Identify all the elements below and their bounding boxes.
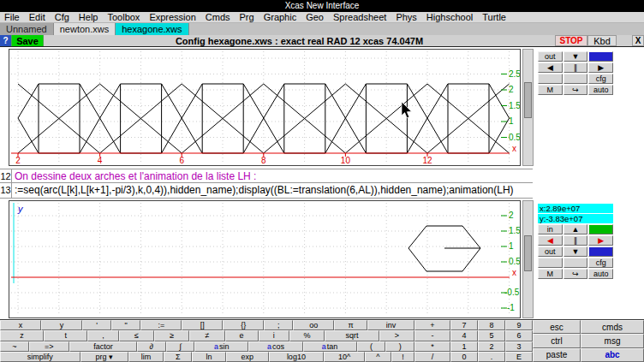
blue-zoom-button[interactable] (588, 51, 613, 62)
menu-edit[interactable]: Edit (29, 12, 45, 22)
key-minus[interactable]: - (414, 330, 450, 341)
menu-phys[interactable]: Phys (396, 12, 416, 22)
blue-zoom-button[interactable] (588, 246, 613, 257)
key-exp[interactable]: exp (226, 352, 269, 362)
redo-arrow-button[interactable]: ↪ (564, 85, 588, 95)
green-zoom-button[interactable] (588, 224, 613, 234)
key-sigma[interactable]: Σ (164, 352, 192, 362)
key-ge[interactable]: ≥ (154, 330, 189, 341)
blank-button[interactable] (564, 74, 588, 84)
redo-arrow-button[interactable]: ↪ (564, 269, 588, 279)
key-9[interactable]: 9 (505, 320, 533, 330)
pause-button[interactable]: ∥ (564, 235, 588, 246)
menu-graphic[interactable]: Graphic (264, 12, 297, 22)
key-comma[interactable]: , (87, 330, 118, 341)
key-7[interactable]: 7 (450, 320, 478, 330)
ctrl-button[interactable]: ctrl (533, 334, 581, 347)
comment-text[interactable]: On dessine deux arches et l'animation de… (12, 169, 256, 182)
menu-prg[interactable]: Prg (240, 12, 254, 22)
key-dot[interactable]: . (478, 352, 505, 362)
key-tilde[interactable]: ~ (0, 341, 29, 352)
key-prg[interactable]: prg ▾ (80, 352, 128, 362)
menu-cmds[interactable]: Cmds (206, 12, 230, 22)
key-ln[interactable]: ln (192, 352, 225, 362)
key-acos[interactable]: acos (248, 341, 302, 352)
command-input[interactable]: :=seq(arc(L[k],L[k+1],-pi/3),k,0,4)),hid… (12, 183, 514, 198)
down-arrow-button[interactable]: ▼ (564, 51, 588, 62)
key-partial[interactable]: ∂ (137, 341, 166, 352)
menu-toolbox[interactable]: Toolbox (107, 12, 140, 22)
key-asin[interactable]: asin (194, 341, 248, 352)
help-button[interactable]: ? (0, 35, 11, 46)
cmds-button[interactable]: cmds (581, 320, 644, 334)
tab-unnamed[interactable]: Unnamed (0, 23, 54, 35)
key-semicolon[interactable]: ; (264, 320, 293, 330)
msg-button[interactable]: msg (581, 334, 644, 347)
key-implies[interactable]: => (29, 341, 69, 352)
config-status-button[interactable]: Config hexagone.xws : exact real RAD 12 … (44, 35, 555, 46)
key-simplify[interactable]: simplify (0, 352, 80, 362)
key-brackets[interactable]: [] (182, 320, 223, 330)
key-5[interactable]: 5 (478, 330, 505, 341)
key-rparen[interactable]: ) (385, 341, 414, 352)
key-factor[interactable]: factor (69, 341, 137, 352)
up-arrow-button[interactable]: ▲ (564, 224, 588, 234)
key-atan[interactable]: atan (303, 341, 357, 352)
key-infinity[interactable]: oo (293, 320, 334, 330)
menu-cfg[interactable]: Cfg (55, 12, 69, 22)
key-e[interactable]: E (505, 352, 533, 362)
key-y[interactable]: y (41, 320, 82, 330)
menu-spreadsheet[interactable]: Spreadsheet (333, 12, 386, 22)
key-assign[interactable]: := (140, 320, 182, 330)
key-x[interactable]: x (0, 320, 41, 330)
menu-file[interactable]: File (4, 12, 20, 22)
key-8[interactable]: 8 (478, 320, 505, 330)
menu-geo[interactable]: Geo (306, 12, 324, 22)
key-pi[interactable]: π (334, 320, 367, 330)
stop-button[interactable]: STOP (555, 35, 587, 46)
key-sqrt[interactable]: sqrt (325, 330, 379, 341)
graph-canvas-arches[interactable]: 2 4 6 8 10 12 2.5 2 1.5 1 0.5 x (9, 49, 521, 166)
key-inv[interactable]: inv (367, 320, 414, 330)
menu-button[interactable]: M (538, 85, 563, 95)
kbd-toggle-button[interactable]: Kbd (587, 35, 617, 46)
key-divide[interactable]: / (414, 352, 450, 362)
key-percent[interactable]: % (289, 330, 325, 341)
key-ten-pow[interactable]: 10^ (324, 352, 365, 362)
scrollbar-thumb[interactable] (524, 235, 532, 271)
key-3[interactable]: 3 (505, 341, 533, 352)
zoom-in-button[interactable]: in (538, 224, 563, 234)
key-t[interactable]: t (44, 330, 87, 341)
graph-canvas-hexagon[interactable]: y 2 1.5 1 0.5 -0.5 -1 x (9, 200, 521, 318)
autoscale-button[interactable]: auto (588, 85, 613, 95)
paste-button[interactable]: paste (533, 348, 581, 362)
menu-turtle[interactable]: Turtle (482, 12, 506, 22)
blank-button[interactable] (538, 258, 563, 268)
key-6[interactable]: 6 (505, 330, 533, 341)
graph2-scrollbar[interactable] (522, 200, 534, 318)
abc-button[interactable]: abc (581, 348, 644, 362)
key-caret[interactable]: ^ (365, 352, 391, 362)
key-ne[interactable]: ≠ (189, 330, 224, 341)
cfg-button[interactable]: cfg (588, 74, 613, 84)
menu-expression[interactable]: Expression (149, 12, 195, 22)
zoom-out-button[interactable]: out (538, 246, 563, 257)
autoscale-button[interactable]: auto (588, 269, 613, 279)
menu-help[interactable]: Help (79, 12, 98, 22)
graph1-scrollbar[interactable] (522, 49, 534, 166)
anim-back-button[interactable]: ◀ (538, 235, 563, 246)
tab-newton-xws[interactable]: newton.xws (54, 23, 116, 35)
pause-button[interactable]: ∥ (564, 62, 588, 73)
close-session-button[interactable]: X (632, 35, 644, 46)
save-button[interactable]: Save (11, 35, 44, 46)
zoom-out-button[interactable]: out (538, 51, 563, 62)
key-0[interactable]: 0 (450, 352, 478, 362)
key-lim[interactable]: lim (128, 352, 164, 362)
anim-forward-button[interactable]: ▶ (588, 235, 613, 246)
key-integral[interactable]: ∫ (166, 341, 195, 352)
key-log10[interactable]: log10 (269, 352, 324, 362)
key-z[interactable]: z (0, 330, 44, 341)
key-double-quote[interactable]: " (111, 320, 140, 330)
key-times[interactable]: * (414, 341, 450, 352)
entry-number[interactable]: 12 (0, 169, 12, 182)
